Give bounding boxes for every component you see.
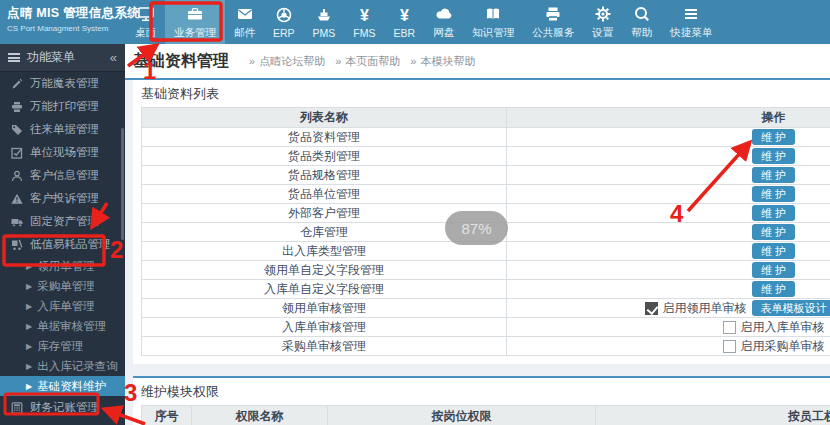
sidebar-item-site[interactable]: 单位现场管理 <box>0 141 125 164</box>
maintain-button[interactable]: 维 护 <box>752 262 795 278</box>
desktop-icon <box>137 5 155 24</box>
sidebar-subitem-audit[interactable]: ▶ 单据审核管理 <box>0 316 125 336</box>
yen-icon: ¥ <box>400 6 409 25</box>
list-name-cell: 领用单审核管理 <box>142 299 507 318</box>
sidebar-scrollbar[interactable] <box>121 128 124 240</box>
breadcrumb-link-forum-help[interactable]: 点晴论坛帮助 <box>259 54 325 69</box>
column-header-name: 列表名称 <box>142 108 507 128</box>
menu-icon <box>682 5 700 24</box>
sidebar-subitem-basic-data[interactable]: ▶ 基础资料维护 <box>0 376 125 396</box>
sidebar: 功能菜单 « 万能魔表管理 万能打印管理 往来单据管理 单位现场管理 客户信息管… <box>0 44 125 425</box>
sidebar-item-finance[interactable]: 财务记账管理 <box>0 396 125 419</box>
sidebar-item-label: 客户信息管理 <box>30 168 99 183</box>
chevron-right-icon: ▶ <box>26 282 32 291</box>
sidebar-subitem-inventory[interactable]: ▶ 库存管理 <box>0 336 125 356</box>
sidebar-header: 功能菜单 « <box>0 44 125 72</box>
permissions-table: 序号 权限名称 按岗位权限 按员工权限 <box>141 405 830 425</box>
nav-item-business-management[interactable]: 业务管理 <box>165 0 225 44</box>
nav-item-label: 快捷菜单 <box>670 26 712 40</box>
sidebar-item-consumables[interactable]: 低值易耗品管理 <box>0 233 125 256</box>
list-name-cell: 货品资料管理 <box>142 128 507 147</box>
sidebar-subitem-inbound[interactable]: ▶ 入库单管理 <box>0 296 125 316</box>
collapse-sidebar-icon[interactable]: « <box>110 50 117 65</box>
nav-item-desktop[interactable]: 桌面 <box>126 0 165 44</box>
nav-item-mail[interactable]: 邮件 <box>225 0 264 44</box>
content-header: 基础资料管理 » 点晴论坛帮助 » 本页面帮助 » 本模块帮助 <box>125 44 830 80</box>
nav-item-ebr[interactable]: ¥ EBR <box>385 0 425 44</box>
table-row: 货品资料管理 维 护 <box>142 128 830 147</box>
sidebar-item-documents[interactable]: 往来单据管理 <box>0 118 125 141</box>
briefcase-icon <box>186 5 204 24</box>
nav-item-netdisk[interactable]: 网盘 <box>424 0 463 44</box>
chevron-right-icon: ▶ <box>26 342 32 351</box>
table-header-row: 序号 权限名称 按岗位权限 按员工权限 <box>142 406 830 425</box>
list-name-cell: 货品规格管理 <box>142 166 507 185</box>
pencil-icon <box>10 78 23 90</box>
nav-item-label: 帮助 <box>631 26 652 40</box>
table-row: 入库单自定义字段管理 维 护 <box>142 280 830 299</box>
sidebar-item-label: 入库单管理 <box>37 299 95 314</box>
nav-item-pms[interactable]: PMS <box>304 0 345 44</box>
enable-inbound-audit-checkbox[interactable] <box>723 321 736 334</box>
nav-item-erp[interactable]: ERP <box>264 0 304 44</box>
app-subtitle: CS Port Managment System <box>7 24 122 33</box>
column-header-by-employee: 按员工权限 <box>596 406 830 425</box>
maintain-button[interactable]: 维 护 <box>752 129 795 145</box>
maintain-button[interactable]: 维 护 <box>752 205 795 221</box>
panel-title: 维护模块权限 <box>141 383 830 401</box>
sidebar-item-label: 库存管理 <box>37 339 83 354</box>
breadcrumb-link-page-help[interactable]: 本页面帮助 <box>345 54 400 69</box>
column-header-action: 操作 <box>507 108 830 128</box>
nav-item-label: 公共服务 <box>532 26 574 40</box>
nav-item-knowledge[interactable]: 知识管理 <box>463 0 523 44</box>
nav-item-fms[interactable]: ¥ FMS <box>344 0 384 44</box>
chevron-right-icon: ▶ <box>26 322 32 331</box>
column-header-index: 序号 <box>142 406 192 425</box>
sidebar-item-label: 财务记账管理 <box>30 400 99 415</box>
sidebar-subitem-records-query[interactable]: ▶ 出入库记录查询 <box>0 356 125 376</box>
table-row: 货品规格管理 维 护 <box>142 166 830 185</box>
enable-purchase-audit-checkbox[interactable] <box>723 340 736 353</box>
cloud-icon <box>434 5 454 24</box>
maintain-button[interactable]: 维 护 <box>752 281 795 297</box>
nav-item-quick-menu[interactable]: 快捷菜单 <box>661 0 721 44</box>
nav-item-help[interactable]: 帮助 <box>622 0 661 44</box>
nav-item-label: ERP <box>273 27 295 39</box>
column-header-permission-name: 权限名称 <box>192 406 328 425</box>
maintain-button[interactable]: 维 护 <box>752 224 795 240</box>
sidebar-item-complaints[interactable]: 客户投诉管理 <box>0 187 125 210</box>
list-name-cell: 货品单位管理 <box>142 185 507 204</box>
nav-item-label: 业务管理 <box>174 26 216 40</box>
top-nav: 点晴 MIS 管理信息系统 CS Port Managment System 桌… <box>0 0 830 44</box>
sidebar-subitem-purchase[interactable]: ▶ 采购单管理 <box>0 276 125 296</box>
checkbox-label: 启用领用单审核 <box>663 300 747 317</box>
table-row: 采购单审核管理 启用采购单审核 <box>142 337 830 356</box>
truck-icon <box>10 216 23 228</box>
sidebar-item-label: 低值易耗品管理 <box>30 237 111 252</box>
maintain-button[interactable]: 维 护 <box>752 186 795 202</box>
nav-item-label: FMS <box>353 27 375 39</box>
table-row: 领用单审核管理 启用领用单审核 表单模板设计 审核流程 <box>142 299 830 318</box>
sidebar-item-fixed-assets[interactable]: 固定资产管理 <box>0 210 125 233</box>
sidebar-item-customer-info[interactable]: 客户信息管理 <box>0 164 125 187</box>
sidebar-subitem-requisition[interactable]: ▶ 领用单管理 <box>0 256 125 276</box>
sidebar-title: 功能菜单 <box>27 49 103 66</box>
maintain-button[interactable]: 维 护 <box>752 243 795 259</box>
progress-badge: 87% <box>445 211 508 245</box>
enable-requisition-audit-checkbox[interactable] <box>645 302 658 315</box>
list-name-cell: 货品类别管理 <box>142 147 507 166</box>
nav-item-public-service[interactable]: 公共服务 <box>523 0 583 44</box>
form-template-design-button[interactable]: 表单模板设计 <box>752 300 830 316</box>
nav-item-settings[interactable]: 设置 <box>583 0 622 44</box>
maintain-button[interactable]: 维 护 <box>752 167 795 183</box>
sidebar-item-magic-table[interactable]: 万能魔表管理 <box>0 72 125 95</box>
maintain-button[interactable]: 维 护 <box>752 148 795 164</box>
sidebar-item-print[interactable]: 万能打印管理 <box>0 95 125 118</box>
nav-item-label: 知识管理 <box>472 26 514 40</box>
printer-icon <box>544 5 562 24</box>
sidebar-item-label: 单据审核管理 <box>37 319 106 334</box>
sidebar-item-label: 万能打印管理 <box>30 99 99 114</box>
breadcrumb-link-module-help[interactable]: 本模块帮助 <box>420 54 475 69</box>
table-row: 货品类别管理 维 护 <box>142 147 830 166</box>
list-name-cell: 采购单审核管理 <box>142 337 507 356</box>
